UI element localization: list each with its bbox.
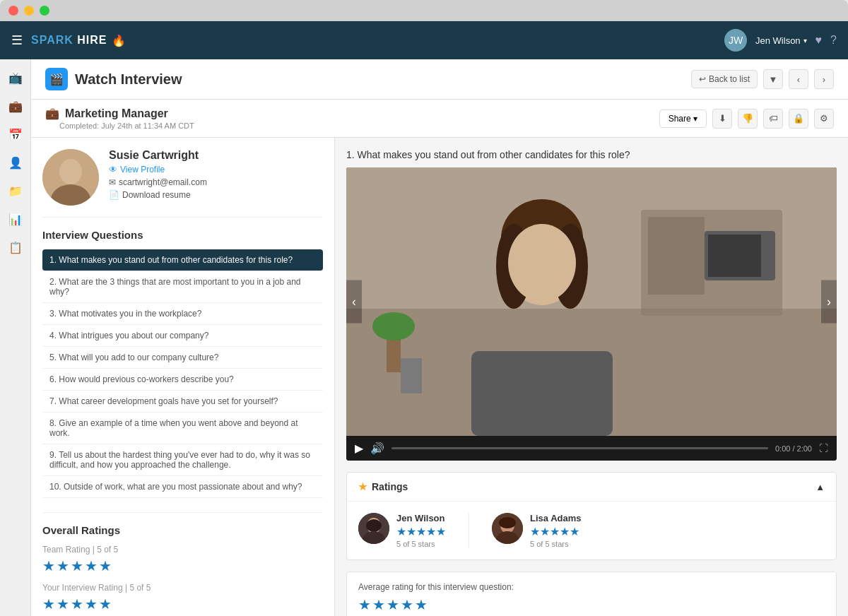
settings-button[interactable]: ⚙ [814, 109, 834, 129]
question-item[interactable]: 7. What career development goals have yo… [42, 391, 323, 413]
video-progress-bar[interactable] [391, 447, 768, 449]
ratings-panel-title: ★ Ratings [358, 481, 408, 492]
candidate-info: Susie Cartwright 👁 View Profile ✉ scartw… [42, 149, 323, 218]
question-item[interactable]: 4. What intrigues you about our company? [42, 325, 323, 347]
minimize-dot[interactable] [24, 6, 34, 16]
sidebar-item-files[interactable]: 📁 [3, 178, 28, 203]
right-panel: 1. What makes you stand out from other c… [335, 138, 848, 616]
ratings-panel-body: Jen Wilson ★★★★★ 5 of 5 stars [347, 502, 836, 559]
reviewer-jen-avatar [358, 513, 389, 544]
tag-button[interactable]: 🏷 [763, 109, 783, 129]
video-screen: ‹ › [346, 167, 837, 436]
job-title: 💼 Marketing Manager [45, 107, 194, 120]
reviewer-jen-stars: ★★★★★ [396, 525, 446, 538]
svg-point-25 [499, 517, 516, 528]
back-arrow-icon: ↩ [699, 74, 706, 84]
average-rating-panel: Average rating for this interview questi… [346, 571, 837, 616]
your-rating-row: Your Interview Rating | 5 of 5 ★★★★★ [42, 583, 323, 612]
question-item[interactable]: 2. What are the 3 things that are most i… [42, 271, 323, 303]
question-item[interactable]: 5. What will you add to our company cult… [42, 347, 323, 369]
job-actions: Share ▾ ⬇ 👎 🏷 🔒 ⚙ [659, 109, 834, 129]
sidebar-item-video[interactable]: 📺 [3, 65, 28, 90]
candidate-avatar [42, 149, 99, 206]
reviewer-lisa: Lisa Adams ★★★★★ 5 of 5 stars [492, 513, 582, 548]
video-time: 0:00 / 2:00 [775, 444, 812, 453]
reviewer-jen: Jen Wilson ★★★★★ 5 of 5 stars [358, 513, 446, 548]
prev-button[interactable]: ‹ [789, 69, 808, 89]
filter-button[interactable]: ▼ [763, 69, 783, 89]
lock-button[interactable]: 🔒 [789, 109, 808, 129]
play-button[interactable]: ▶ [355, 442, 363, 455]
share-button[interactable]: Share ▾ [659, 109, 707, 128]
heart-icon[interactable]: ♥ [815, 34, 823, 47]
job-info: 💼 Marketing Manager Completed: July 24th… [45, 107, 194, 130]
job-bar: 💼 Marketing Manager Completed: July 24th… [31, 100, 848, 138]
main: 🎬 Watch Interview ↩ Back to list ▼ ‹ › [31, 59, 848, 616]
briefcase-icon: 💼 [45, 107, 59, 120]
header-actions: ↩ Back to list ▼ ‹ › [691, 69, 834, 89]
reviewer-lisa-count: 5 of 5 stars [530, 540, 582, 548]
content-area: 📺 💼 📅 👤 📁 📊 📋 🎬 Watch Interview ↩ Back t… [0, 59, 848, 616]
sidebar-item-reports[interactable]: 📊 [3, 206, 28, 232]
question-item[interactable]: 3. What motivates you in the workplace? [42, 303, 323, 325]
help-icon[interactable]: ? [830, 34, 837, 47]
svg-point-20 [366, 519, 382, 532]
sidebar-item-jobs[interactable]: 💼 [3, 93, 28, 119]
svg-point-16 [372, 312, 415, 340]
sidebar-item-candidates[interactable]: 👤 [3, 150, 28, 175]
overall-ratings-title: Overall Ratings [42, 524, 323, 536]
download-resume-link[interactable]: 📄 Download resume [109, 190, 207, 200]
collapse-icon[interactable]: ▲ [815, 482, 825, 492]
hamburger-icon[interactable]: ☰ [11, 32, 23, 48]
question-item[interactable]: 8. Give an example of a time when you we… [42, 413, 323, 444]
view-profile-link[interactable]: 👁 View Profile [109, 165, 207, 174]
sidebar-item-calendar[interactable]: 📅 [3, 122, 28, 147]
candidate-email: ✉ scartwright@email.com [109, 177, 207, 187]
nav-username[interactable]: Jen Wilson ▾ [755, 35, 807, 46]
question-item[interactable]: 10. Outside of work, what are you most p… [42, 476, 323, 498]
fullscreen-button[interactable]: ⛶ [819, 443, 828, 454]
svg-rect-17 [401, 358, 422, 393]
overall-ratings-section: Overall Ratings Team Rating | 5 of 5 ★★★… [42, 512, 323, 612]
ratings-panel: ★ Ratings ▲ [346, 472, 837, 560]
video-prev-button[interactable]: ‹ [346, 280, 362, 324]
video-next-button[interactable]: › [821, 280, 837, 324]
svg-point-13 [508, 224, 576, 302]
your-rating-stars: ★★★★★ [42, 596, 323, 612]
video-question-label: 1. What makes you stand out from other c… [346, 149, 837, 160]
back-to-list-button[interactable]: ↩ Back to list [691, 70, 758, 88]
page-title: Watch Interview [75, 71, 182, 88]
svg-rect-14 [471, 351, 613, 436]
reviewer-jen-name: Jen Wilson [396, 513, 446, 523]
team-rating-label: Team Rating | 5 of 5 [42, 545, 323, 555]
star-icon: ★ [358, 481, 367, 492]
nav-right: JW Jen Wilson ▾ ♥ ? [724, 29, 837, 52]
questions-section-title: Interview Questions [42, 229, 323, 241]
email-icon: ✉ [109, 177, 116, 187]
brand: SPARK HIRE 🔥 [31, 34, 126, 47]
reviewer-jen-count: 5 of 5 stars [396, 540, 446, 548]
video-frame [346, 167, 837, 436]
question-item[interactable]: 6. How would previous co-workers describ… [42, 369, 323, 391]
download-button[interactable]: ⬇ [712, 109, 732, 129]
close-dot[interactable] [8, 6, 18, 16]
question-item[interactable]: 1. What makes you stand out from other c… [42, 249, 323, 271]
two-col: Susie Cartwright 👁 View Profile ✉ scartw… [31, 138, 848, 616]
team-rating-row: Team Rating | 5 of 5 ★★★★★ [42, 545, 323, 574]
job-meta: Completed: July 24th at 11:34 AM CDT [59, 122, 194, 130]
next-button[interactable]: › [814, 69, 834, 89]
avatar: JW [724, 29, 747, 52]
question-list: 1. What makes you stand out from other c… [42, 249, 323, 498]
app: ☰ SPARK HIRE 🔥 JW Jen Wilson ▾ ♥ ? 📺 💼 📅… [0, 21, 848, 616]
ratings-panel-header[interactable]: ★ Ratings ▲ [347, 473, 836, 502]
sidebar-item-reviews[interactable]: 📋 [3, 235, 28, 260]
thumbsdown-button[interactable]: 👎 [738, 109, 758, 129]
reviewer-lisa-info: Lisa Adams ★★★★★ 5 of 5 stars [530, 513, 582, 548]
candidate-name: Susie Cartwright [109, 149, 207, 162]
candidate-avatar-img [42, 149, 99, 206]
question-item[interactable]: 9. Tell us about the hardest thing you'v… [42, 444, 323, 476]
volume-button[interactable]: 🔊 [370, 442, 384, 455]
maximize-dot[interactable] [40, 6, 49, 16]
reviewer-jen-info: Jen Wilson ★★★★★ 5 of 5 stars [396, 513, 446, 548]
svg-point-1 [59, 159, 82, 184]
